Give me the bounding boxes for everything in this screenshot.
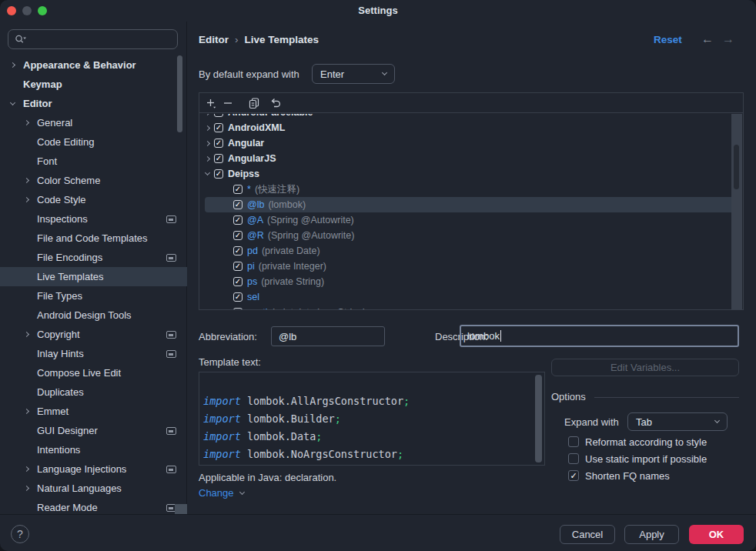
sidebar-item-language-injections[interactable]: Language Injections <box>0 459 187 479</box>
default-expand-select[interactable]: Enter <box>312 64 395 84</box>
breadcrumb-editor[interactable]: Editor <box>199 34 229 45</box>
tree-group-androidxml[interactable]: ✓AndroidXML <box>199 120 732 135</box>
sidebar-item-inlay-hints[interactable]: Inlay Hints <box>0 344 187 363</box>
sidebar-item-android-design-tools[interactable]: Android Design Tools <box>0 306 187 325</box>
sidebar-item-duplicates[interactable]: Duplicates <box>0 382 187 402</box>
chevron-right-icon[interactable] <box>23 486 37 490</box>
checkbox-checked[interactable]: ✓ <box>214 123 223 132</box>
chevron-right-icon[interactable] <box>204 126 214 130</box>
checkbox-checked[interactable]: ✓ <box>233 246 243 255</box>
sidebar-item-appearance-behavior[interactable]: Appearance & Behavior <box>0 55 187 75</box>
tree-template-lb[interactable]: ✓@lb(lombok) <box>199 197 732 212</box>
sidebar-item-general[interactable]: General <box>0 113 187 132</box>
sidebar-item-file-types[interactable]: File Types <box>0 286 187 306</box>
tree-group-angularjs[interactable]: ✓AngularJS <box>199 151 732 166</box>
checkbox-checked[interactable]: ✓ <box>214 169 223 179</box>
tree-group-androidparcelable[interactable]: ✓AndroidParcelable <box>199 114 732 120</box>
chevron-right-icon[interactable] <box>23 121 37 125</box>
expand-with-value: Tab <box>636 416 652 428</box>
forward-arrow-icon[interactable]: → <box>722 32 734 46</box>
chevron-right-icon[interactable] <box>23 409 37 413</box>
checkbox-checked[interactable]: ✓ <box>214 139 223 148</box>
sidebar-item-file-and-code-templates[interactable]: File and Code Templates <box>0 229 187 248</box>
ok-button[interactable]: OK <box>689 525 744 544</box>
abbreviation-label: Abbreviation: <box>199 331 257 342</box>
tree-template-r[interactable]: ✓@R(Spring @Autowrite) <box>199 228 732 243</box>
tree-template-souti[interactable]: ✓souti(print data json String) <box>199 305 732 309</box>
chevron-right-icon[interactable] <box>23 198 37 202</box>
cancel-button[interactable]: Cancel <box>560 525 615 544</box>
chevron-right-icon[interactable] <box>204 142 214 145</box>
checkbox-checked[interactable]: ✓ <box>568 470 579 481</box>
sidebar-item-code-editing[interactable]: Code Editing <box>0 132 187 152</box>
option-shorten-fq-names[interactable]: ✓Shorten FQ names <box>568 469 670 482</box>
back-arrow-icon[interactable]: ← <box>701 32 714 46</box>
sidebar-item-intentions[interactable]: Intentions <box>0 440 187 459</box>
sidebar-item-compose-live-edit[interactable]: Compose Live Edit <box>0 363 187 382</box>
sidebar-item-live-templates[interactable]: Live Templates <box>0 267 187 286</box>
template-text-editor[interactable]: import lombok.AllArgsConstructor;import … <box>199 372 545 466</box>
tree-template-a[interactable]: ✓@A(Spring @Autowrite) <box>199 212 732 228</box>
settings-search-input[interactable] <box>8 29 178 49</box>
checkbox-checked[interactable]: ✓ <box>233 215 243 225</box>
restore-defaults-icon[interactable] <box>267 95 284 111</box>
sidebar-scrollbar[interactable] <box>177 55 182 132</box>
edit-variables-button[interactable]: Edit Variables... <box>551 359 739 376</box>
checkbox-unchecked[interactable] <box>568 453 579 464</box>
chevron-right-icon[interactable] <box>204 114 214 115</box>
chevron-down-icon[interactable] <box>204 173 214 175</box>
tree-scrollbar-track[interactable] <box>731 114 742 309</box>
checkbox-checked[interactable]: ✓ <box>233 277 243 286</box>
editor-scrollbar-thumb[interactable] <box>535 375 542 463</box>
checkbox-checked[interactable]: ✓ <box>233 262 243 271</box>
sidebar-item-code-style[interactable]: Code Style <box>0 190 187 209</box>
sidebar-item-reader-mode[interactable]: Reader Mode <box>0 498 187 514</box>
sidebar-item-file-encodings[interactable]: File Encodings <box>0 248 187 267</box>
description-field[interactable]: lombok <box>460 325 739 347</box>
tree-group-angular[interactable]: ✓Angular <box>199 135 732 151</box>
checkbox-checked[interactable]: ✓ <box>233 185 243 194</box>
splitter-grip[interactable] <box>175 504 187 514</box>
sidebar-item-gui-designer[interactable]: GUI Designer <box>0 421 187 440</box>
tree-template-sel[interactable]: ✓sel <box>199 289 732 305</box>
sidebar-item-keymap[interactable]: Keymap <box>0 75 187 94</box>
tree-template-pi[interactable]: ✓pi(private Integer) <box>199 259 732 274</box>
expand-with-select[interactable]: Tab <box>627 412 728 431</box>
sidebar-item-font[interactable]: Font <box>0 152 187 171</box>
sidebar-item-color-scheme[interactable]: Color Scheme <box>0 171 187 190</box>
option-label: Reformat according to style <box>585 436 707 448</box>
apply-button[interactable]: Apply <box>624 525 679 544</box>
chevron-right-icon[interactable] <box>204 157 214 161</box>
checkbox-checked[interactable]: ✓ <box>233 308 243 309</box>
duplicate-template-button[interactable] <box>246 95 263 111</box>
remove-template-button[interactable] <box>219 95 236 111</box>
chevron-down-icon[interactable] <box>9 103 23 105</box>
sidebar-item-copyright[interactable]: Copyright <box>0 325 187 344</box>
tree-template-ps[interactable]: ✓ps(private String) <box>199 274 732 289</box>
change-context-link[interactable]: Change <box>199 487 244 499</box>
option-reformat-according-to-style[interactable]: Reformat according to style <box>568 436 707 448</box>
tree-template-pd[interactable]: ✓pd(private Date) <box>199 243 732 259</box>
help-button[interactable]: ? <box>11 525 29 543</box>
checkbox-checked[interactable]: ✓ <box>233 200 243 209</box>
reset-link[interactable]: Reset <box>654 34 682 45</box>
option-use-static-import-if-possible[interactable]: Use static import if possible <box>568 452 707 465</box>
add-template-button[interactable] <box>202 95 219 111</box>
tree-group-deipss[interactable]: ✓Deipss <box>199 166 732 182</box>
chevron-right-icon[interactable] <box>23 332 37 336</box>
sidebar-item-natural-languages[interactable]: Natural Languages <box>0 479 187 498</box>
chevron-right-icon[interactable] <box>23 179 37 182</box>
tree-template-[interactable]: ✓*(快速注释) <box>199 182 732 197</box>
chevron-right-icon[interactable] <box>23 467 37 471</box>
sidebar-item-editor[interactable]: Editor <box>0 94 187 113</box>
abbreviation-field[interactable]: @lb <box>271 326 385 346</box>
sidebar-item-inspections[interactable]: Inspections <box>0 209 187 229</box>
checkbox-checked[interactable]: ✓ <box>214 114 223 117</box>
checkbox-unchecked[interactable] <box>568 436 579 447</box>
checkbox-checked[interactable]: ✓ <box>233 292 243 302</box>
checkbox-checked[interactable]: ✓ <box>214 154 223 163</box>
checkbox-checked[interactable]: ✓ <box>233 231 243 240</box>
chevron-right-icon[interactable] <box>9 63 23 67</box>
tree-scrollbar-thumb[interactable] <box>734 145 739 189</box>
sidebar-item-emmet[interactable]: Emmet <box>0 402 187 421</box>
